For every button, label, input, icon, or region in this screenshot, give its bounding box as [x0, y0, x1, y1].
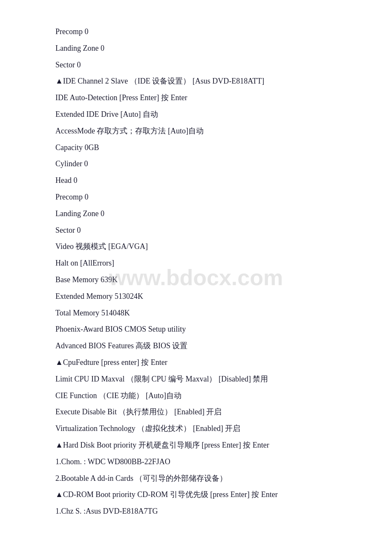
- text-line-1: Precomp 0: [55, 26, 337, 38]
- text-line-24: Execute Disable Bit （执行禁用位） [Enabled] 开启: [55, 406, 337, 418]
- text-line-20: Advanced BIOS Features 高级 BIOS 设置: [55, 340, 337, 352]
- text-line-17: Extended Memory 513024K: [55, 290, 337, 303]
- text-line-15: Halt on [AllErrors]: [55, 257, 337, 269]
- text-line-19: Phoenix-Award BIOS CMOS Setup utility: [55, 323, 337, 335]
- text-line-13: Sector 0: [55, 224, 337, 237]
- text-line-30: 1.Chz S. :Asus DVD-E818A7TG: [55, 505, 337, 517]
- text-line-10: Head 0: [55, 174, 337, 187]
- text-line-3: Sector 0: [55, 59, 337, 71]
- text-line-21: ▲CpuFedture [press enter] 按 Enter: [55, 356, 337, 369]
- text-line-7: AccessMode 存取方式；存取方法 [Auto]自动: [55, 125, 337, 137]
- text-line-23: CIE Function （CIE 功能） [Auto]自动: [55, 390, 337, 402]
- text-line-16: Base Memory 639K: [55, 274, 337, 286]
- text-line-2: Landing Zone 0: [55, 42, 337, 55]
- text-line-6: Extended IDE Drive [Auto] 自动: [55, 108, 337, 121]
- text-line-26: ▲Hard Disk Boot priority 开机硬盘引导顺序 [press…: [55, 439, 337, 451]
- text-line-9: Cylinder 0: [55, 158, 337, 170]
- text-line-12: Landing Zone 0: [55, 208, 337, 220]
- content-area: Precomp 0Landing Zone 0Sector 0▲IDE Chan…: [55, 26, 337, 517]
- text-line-25: Virtualization Technology （虚拟化技术） [Enabl…: [55, 422, 337, 435]
- text-line-8: Capacity 0GB: [55, 142, 337, 154]
- text-line-29: ▲CD-ROM Boot priority CD-ROM 引导优先级 [pres…: [55, 489, 337, 501]
- text-line-4: ▲IDE Channel 2 Slave （IDE 设备设置） [Asus DV…: [55, 75, 337, 87]
- text-line-27: 1.Chom. : WDC WD800BB-22FJAO: [55, 456, 337, 468]
- text-line-18: Total Memory 514048K: [55, 307, 337, 319]
- text-line-5: IDE Auto-Detection [Press Enter] 按 Enter: [55, 92, 337, 104]
- text-line-28: 2.Bootable A dd-in Cards （可引导的外部储存设备）: [55, 472, 337, 485]
- text-line-22: Limit CPU ID Maxval （限制 CPU 编号 Maxval） […: [55, 373, 337, 385]
- text-line-11: Precomp 0: [55, 191, 337, 203]
- text-line-14: Video 视频模式 [EGA/VGA]: [55, 240, 337, 253]
